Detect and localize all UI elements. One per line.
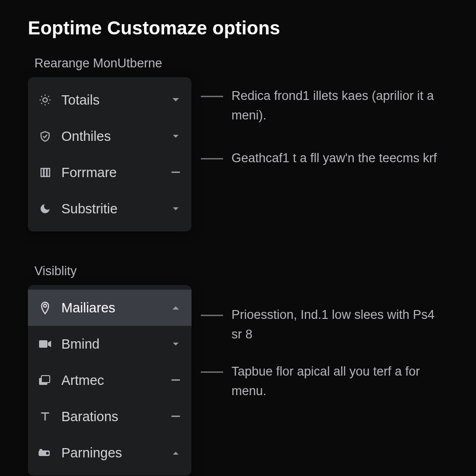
visibility-panel: Mailiares Bmind Artmec xyxy=(28,285,192,476)
svg-rect-11 xyxy=(47,168,49,176)
svg-rect-16 xyxy=(41,376,50,383)
svg-rect-12 xyxy=(172,172,180,173)
columns-icon xyxy=(37,165,53,180)
section-rearrange: Totails Onthiles Forrmare xyxy=(28,77,448,231)
svg-point-0 xyxy=(43,98,47,102)
minus-icon[interactable] xyxy=(170,167,181,178)
visibility-item-mailiares[interactable]: Mailiares xyxy=(28,290,192,326)
rearrange-item-substritie[interactable]: Substritie xyxy=(28,191,192,227)
rearrange-item-label: Onthiles xyxy=(61,129,170,144)
note-text: Redica frond1 illets kaes (aprilior it a… xyxy=(231,86,445,126)
note-connector xyxy=(201,315,223,316)
visibility-item-artmec[interactable]: Artmec xyxy=(28,362,192,398)
text-icon xyxy=(37,409,53,424)
note-text: Prioesstion, Ind.1 low slees with Ps4 sr… xyxy=(231,305,445,344)
chevron-down-icon[interactable] xyxy=(170,338,181,350)
visibility-item-bmind[interactable]: Bmind xyxy=(28,326,192,362)
moon-icon xyxy=(37,201,53,217)
note-row: Geathcaf1 t a fll yaw'n the teecms krf xyxy=(201,149,448,168)
visibility-item-label: Parninges xyxy=(61,445,170,461)
note-row: Redica frond1 illets kaes (aprilior it a… xyxy=(201,86,448,126)
check-circle-icon xyxy=(37,128,53,144)
chevron-down-icon[interactable] xyxy=(170,131,181,142)
svg-rect-10 xyxy=(44,168,46,176)
chevron-up-icon[interactable] xyxy=(170,447,181,458)
note-connector xyxy=(201,158,223,159)
svg-rect-14 xyxy=(39,340,47,348)
visibility-item-parninges[interactable]: Parninges xyxy=(28,435,192,471)
rearrange-item-label: Substritie xyxy=(61,201,170,217)
note-text: Geathcaf1 t a fll yaw'n the teecms krf xyxy=(231,149,437,168)
visibility-item-label: Artmec xyxy=(61,373,170,388)
visibility-notes: Prioesstion, Ind.1 low slees with Ps4 sr… xyxy=(201,285,448,410)
sun-icon xyxy=(37,92,53,108)
visibility-item-barations[interactable]: Barations xyxy=(28,398,192,435)
chevron-up-icon[interactable] xyxy=(170,302,181,313)
note-row: Tapbue flor apical all you terf a for me… xyxy=(201,362,448,401)
section-label-rearrange: Rearange MonUtberne xyxy=(34,56,448,71)
note-row: Prioesstion, Ind.1 low slees with Ps4 sr… xyxy=(201,305,448,344)
chevron-down-icon[interactable] xyxy=(170,203,181,214)
svg-rect-23 xyxy=(40,449,42,451)
rearrange-item-label: Forrmare xyxy=(61,165,170,180)
rearrange-item-totails[interactable]: Totails xyxy=(28,82,192,118)
note-connector xyxy=(201,96,223,97)
svg-point-13 xyxy=(44,304,46,307)
svg-rect-9 xyxy=(41,168,43,176)
rearrange-item-label: Totails xyxy=(61,93,170,108)
svg-rect-20 xyxy=(172,416,180,417)
rearrange-item-onthiles[interactable]: Onthiles xyxy=(28,118,192,154)
svg-line-7 xyxy=(41,103,42,104)
minus-icon[interactable] xyxy=(170,375,181,386)
svg-line-4 xyxy=(48,103,49,104)
note-text: Tapbue flor apical all you terf a for me… xyxy=(231,362,445,401)
settings-container: Eoptime Customaze options Rearange MonUt… xyxy=(0,0,476,476)
note-connector xyxy=(201,371,223,373)
svg-point-22 xyxy=(46,452,49,455)
rearrange-item-forrmare[interactable]: Forrmare xyxy=(28,154,192,191)
rearrange-panel: Totails Onthiles Forrmare xyxy=(28,77,192,231)
svg-line-8 xyxy=(48,96,49,97)
visibility-item-label: Mailiares xyxy=(61,300,170,316)
minus-icon[interactable] xyxy=(170,411,181,422)
page-title: Eoptime Customaze options xyxy=(28,18,448,39)
svg-line-3 xyxy=(41,96,42,97)
chevron-down-icon[interactable] xyxy=(170,94,181,106)
visibility-item-label: Bmind xyxy=(61,337,170,352)
rearrange-notes: Redica frond1 illets kaes (aprilior it a… xyxy=(201,77,448,178)
camera-icon xyxy=(37,445,53,461)
section-label-visibility: Visiblity xyxy=(34,264,448,278)
visibility-item-label: Barations xyxy=(61,409,170,424)
stack-icon xyxy=(37,372,53,388)
pin-icon xyxy=(37,300,53,316)
section-visibility: Mailiares Bmind Artmec xyxy=(28,285,448,476)
video-icon xyxy=(37,336,53,352)
svg-rect-17 xyxy=(172,379,180,381)
